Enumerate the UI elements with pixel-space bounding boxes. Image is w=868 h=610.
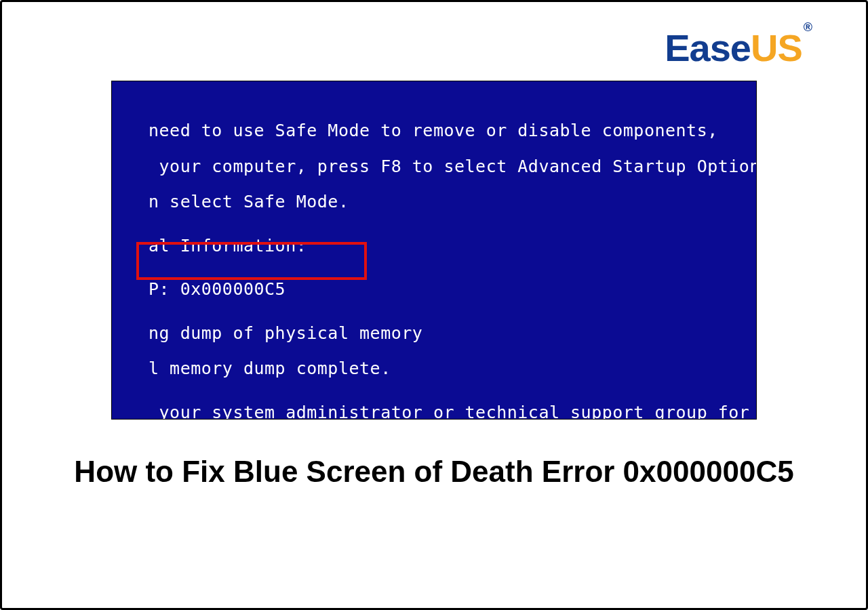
easeus-logo: EaseUS® [665, 29, 812, 67]
bsod-line: need to use Safe Mode to remove or disab… [149, 119, 743, 143]
logo-part-ease: Ease [665, 26, 751, 69]
bsod-screenshot: need to use Safe Mode to remove or disab… [111, 81, 757, 420]
logo-row: EaseUS® [36, 29, 832, 67]
bsod-line: n select Safe Mode. [149, 190, 743, 214]
bsod-line: l memory dump complete. [149, 357, 743, 381]
bsod-line: al Information: [149, 235, 743, 258]
bsod-line: your computer, press F8 to select Advanc… [149, 155, 743, 179]
logo-part-us: US [751, 26, 802, 69]
bsod-error-code: P: 0x000000C5 [149, 278, 743, 302]
bsod-line: your system administrator or technical s… [149, 401, 743, 420]
article-headline: How to Fix Blue Screen of Death Error 0x… [36, 452, 832, 491]
bsod-line: ng dump of physical memory [149, 322, 743, 346]
bsod-screenshot-wrap: need to use Safe Mode to remove or disab… [36, 81, 832, 420]
logo-registered-mark: ® [804, 20, 812, 34]
article-card: EaseUS® need to use Safe Mode to remove … [0, 0, 868, 610]
